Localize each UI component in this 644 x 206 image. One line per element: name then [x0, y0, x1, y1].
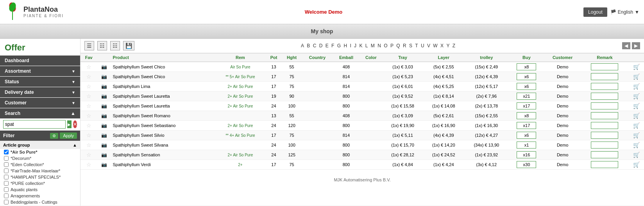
alpha-N[interactable]: N: [377, 43, 381, 48]
checkbox-hamiplant-input[interactable]: [4, 175, 9, 179]
remark-input[interactable]: [591, 132, 618, 139]
language-selector[interactable]: 🏴 English ▼: [610, 9, 639, 15]
alpha-W[interactable]: W: [433, 43, 438, 48]
buy-input[interactable]: [517, 112, 536, 119]
alpha-Z[interactable]: Z: [453, 43, 456, 48]
fav-star-icon[interactable]: ☆: [86, 93, 91, 99]
sidebar-item-assortment[interactable]: Assortment ▼: [0, 66, 80, 76]
search-go-button[interactable]: ▶: [67, 120, 72, 128]
view-detail-button[interactable]: ☷: [110, 41, 120, 50]
buy-input[interactable]: [517, 122, 536, 129]
fav-star-icon[interactable]: ☆: [86, 132, 91, 138]
cart-icon[interactable]: 🛒: [633, 103, 640, 109]
sidebar-item-delivery-date[interactable]: Delivery date ▼: [0, 87, 80, 97]
remark-input[interactable]: [591, 63, 618, 70]
alpha-M[interactable]: M: [371, 43, 375, 48]
checkbox-decorum-input[interactable]: [4, 156, 9, 161]
fav-star-icon[interactable]: ☆: [86, 161, 91, 168]
buy-input[interactable]: [517, 132, 536, 139]
filter-icon-button[interactable]: ⚙: [50, 133, 58, 139]
remark-input[interactable]: [591, 161, 618, 168]
checkbox-decorum[interactable]: *Decorum*: [0, 155, 80, 161]
alpha-H[interactable]: H: [343, 43, 347, 48]
search-input[interactable]: [3, 120, 66, 129]
checkbox-eden[interactable]: *Eden Collection*: [0, 161, 80, 168]
checkbox-eden-input[interactable]: [4, 162, 9, 167]
camera-icon[interactable]: 📷: [101, 152, 107, 158]
alpha-P[interactable]: P: [390, 43, 394, 48]
logout-button[interactable]: Logout: [583, 7, 607, 17]
buy-input[interactable]: [517, 93, 536, 100]
fav-star-icon[interactable]: ☆: [86, 113, 91, 119]
alpha-Q[interactable]: Q: [396, 43, 400, 48]
remark-input[interactable]: [591, 142, 618, 149]
alpha-D[interactable]: D: [319, 43, 323, 48]
buy-input[interactable]: [517, 161, 536, 168]
checkbox-arragenements[interactable]: Arragenements: [0, 193, 80, 199]
view-list-button[interactable]: ☰: [84, 41, 94, 50]
alpha-K[interactable]: K: [359, 43, 363, 48]
camera-icon[interactable]: 📷: [101, 133, 107, 138]
cart-icon[interactable]: 🛒: [633, 152, 640, 158]
view-grid-button[interactable]: ☷: [97, 41, 107, 50]
checkbox-aquatic-input[interactable]: [4, 187, 9, 192]
checkbox-arragenements-input[interactable]: [4, 193, 9, 198]
fav-star-icon[interactable]: ☆: [86, 152, 91, 158]
fav-star-icon[interactable]: ☆: [86, 64, 91, 70]
sidebar-item-status[interactable]: Status ▼: [0, 77, 80, 87]
alpha-V[interactable]: V: [427, 43, 431, 48]
alpha-L[interactable]: L: [365, 43, 369, 48]
cart-icon[interactable]: 🛒: [633, 161, 640, 168]
buy-input[interactable]: [517, 73, 536, 80]
export-button[interactable]: 💾: [123, 41, 134, 50]
checkbox-fairtrade[interactable]: *FairTrade-Max Havelaar*: [0, 168, 80, 174]
cart-icon[interactable]: 🛒: [633, 122, 640, 129]
cart-icon[interactable]: 🛒: [633, 73, 640, 80]
alpha-Y[interactable]: Y: [446, 43, 450, 48]
next-page-button[interactable]: ▶: [632, 42, 640, 49]
alpha-A[interactable]: A: [301, 43, 304, 48]
fav-star-icon[interactable]: ☆: [86, 83, 91, 90]
fav-star-icon[interactable]: ☆: [86, 122, 91, 129]
cart-icon[interactable]: 🛒: [633, 113, 640, 119]
alpha-J[interactable]: J: [354, 43, 357, 48]
checkbox-air-so-pure[interactable]: *Air So Pure*: [0, 149, 80, 155]
search-clear-button[interactable]: ✕: [73, 120, 77, 128]
alpha-G[interactable]: G: [337, 43, 341, 48]
buy-input[interactable]: [517, 151, 536, 158]
remark-input[interactable]: [591, 73, 618, 80]
fav-star-icon[interactable]: ☆: [86, 142, 91, 148]
alpha-X[interactable]: X: [440, 43, 444, 48]
alpha-S[interactable]: S: [409, 43, 413, 48]
fav-star-icon[interactable]: ☆: [86, 73, 91, 80]
alpha-R[interactable]: R: [403, 43, 407, 48]
buy-input[interactable]: [517, 142, 536, 149]
alpha-U[interactable]: U: [421, 43, 425, 48]
checkbox-bedding-cuttings[interactable]: Beddingplants - Cuttings: [0, 199, 80, 205]
checkbox-bedding-seeds[interactable]: Beddingplants - Seeds: [0, 205, 80, 206]
checkbox-air-so-pure-input[interactable]: [4, 150, 9, 154]
camera-icon[interactable]: 📷: [101, 103, 107, 109]
fav-star-icon[interactable]: ☆: [86, 103, 91, 109]
checkbox-pure-input[interactable]: [4, 181, 9, 186]
alpha-F[interactable]: F: [331, 43, 335, 48]
sidebar-item-customer[interactable]: Customer ▼: [0, 98, 80, 108]
remark-input[interactable]: [591, 122, 618, 129]
camera-icon[interactable]: 📷: [101, 74, 107, 79]
prev-page-button[interactable]: ◀: [622, 42, 630, 49]
buy-input[interactable]: [517, 63, 536, 70]
cart-icon[interactable]: 🛒: [633, 142, 640, 148]
camera-icon[interactable]: 📷: [101, 142, 107, 148]
remark-input[interactable]: [591, 151, 618, 158]
sidebar-item-dashboard[interactable]: Dashboard: [0, 56, 80, 66]
apply-button[interactable]: Apply: [60, 133, 77, 139]
checkbox-aquatic[interactable]: Aquatic plants: [0, 186, 80, 193]
remark-input[interactable]: [591, 112, 618, 119]
buy-input[interactable]: [517, 102, 536, 109]
alpha-T[interactable]: T: [415, 43, 418, 48]
checkbox-hamiplant[interactable]: *HAMIPLANT SPECIALS*: [0, 174, 80, 180]
camera-icon[interactable]: 📷: [101, 113, 107, 118]
remark-input[interactable]: [591, 93, 618, 100]
alpha-I[interactable]: I: [350, 43, 351, 48]
buy-input[interactable]: [517, 83, 536, 90]
